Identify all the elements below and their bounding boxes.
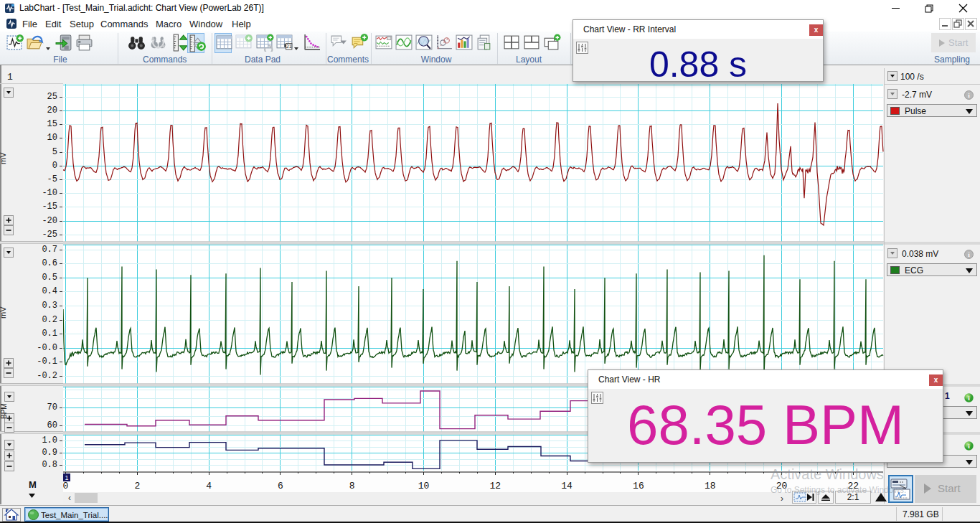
svg-text:12: 12 <box>489 481 501 491</box>
svg-text:21: 21 <box>286 44 292 49</box>
svg-text:4: 4 <box>206 481 212 491</box>
svg-text:18: 18 <box>705 481 716 491</box>
svg-text:2: 2 <box>134 481 140 491</box>
svg-text:6: 6 <box>278 481 283 491</box>
svg-text:‹: ‹ <box>68 493 71 503</box>
svg-text:8: 8 <box>349 481 355 491</box>
svg-text:16: 16 <box>633 481 644 491</box>
svg-text:10: 10 <box>418 481 430 491</box>
svg-text:0: 0 <box>63 481 68 491</box>
svg-text:14: 14 <box>561 481 573 491</box>
svg-text:1: 1 <box>65 474 68 481</box>
